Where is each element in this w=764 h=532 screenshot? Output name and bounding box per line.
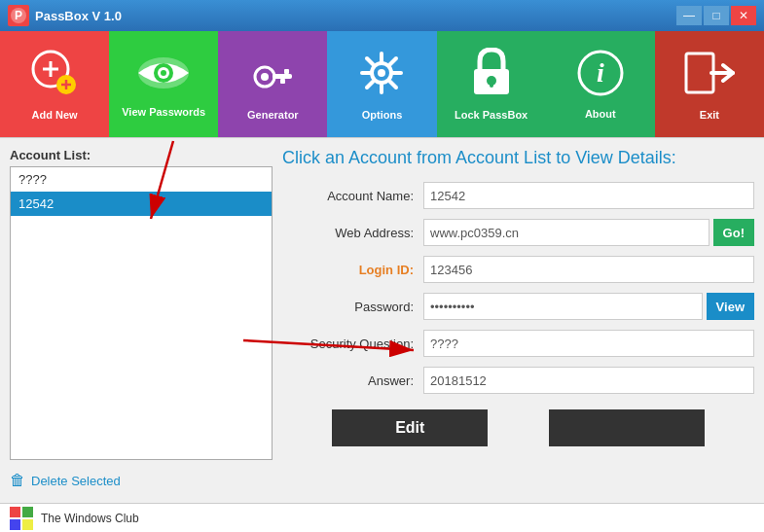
web-address-row: Web Address: Go! <box>282 219 754 246</box>
svg-text:P: P <box>15 9 22 22</box>
lock-passbox-label: Lock PassBox <box>455 109 528 121</box>
answer-label: Answer: <box>282 373 423 388</box>
left-panel: Account List: ???? 12542 🗑 Delete Select… <box>10 148 273 493</box>
toolbar-about[interactable]: i About <box>546 31 655 137</box>
account-name-label: Account Name: <box>282 189 423 203</box>
security-question-input[interactable] <box>423 330 754 357</box>
svg-line-23 <box>367 58 373 64</box>
go-button[interactable]: Go! <box>713 219 754 246</box>
edit-button[interactable]: Edit <box>332 409 488 446</box>
toolbar: Add New View Passwords Generator <box>0 31 764 138</box>
delete-action-button[interactable] <box>549 409 705 446</box>
delete-label: Delete Selected <box>31 474 121 488</box>
add-new-icon <box>29 48 80 105</box>
about-label: About <box>585 108 616 120</box>
svg-rect-32 <box>686 53 713 92</box>
password-input[interactable] <box>423 293 703 320</box>
svg-point-18 <box>378 69 385 77</box>
svg-line-26 <box>367 82 373 88</box>
svg-line-24 <box>390 82 396 88</box>
toolbar-options[interactable]: Options <box>327 31 436 137</box>
toolbar-view-passwords[interactable]: View Passwords <box>109 31 218 137</box>
svg-rect-14 <box>273 74 292 79</box>
exit-icon <box>684 48 735 105</box>
svg-text:i: i <box>597 57 604 88</box>
windows-club-logo <box>10 507 33 530</box>
exit-label: Exit <box>700 109 719 121</box>
toolbar-lock-passbox[interactable]: Lock PassBox <box>437 31 546 137</box>
account-name-row: Account Name: <box>282 182 754 209</box>
action-row: Edit <box>282 409 754 446</box>
answer-input[interactable] <box>423 367 754 394</box>
bottom-bar: The Windows Club <box>0 503 764 532</box>
toolbar-generator[interactable]: Generator <box>218 31 327 137</box>
lock-passbox-icon <box>470 48 513 105</box>
web-address-input[interactable] <box>423 219 709 246</box>
account-item-2[interactable]: 12542 <box>11 192 272 216</box>
web-address-label: Web Address: <box>282 226 423 240</box>
account-name-input[interactable] <box>423 182 754 209</box>
svg-point-13 <box>261 73 269 81</box>
view-passwords-label: View Passwords <box>122 106 205 118</box>
svg-point-11 <box>161 70 166 76</box>
answer-row: Answer: <box>282 367 754 394</box>
right-panel: Click an Account from Account List to Vi… <box>282 148 754 493</box>
svg-rect-16 <box>280 79 285 84</box>
svg-rect-36 <box>10 519 20 530</box>
about-icon: i <box>576 49 625 104</box>
window-controls: — □ ✕ <box>676 6 756 25</box>
title-bar: P PassBox V 1.0 — □ ✕ <box>0 0 764 31</box>
form-area: Account Name: Web Address: Go! Login ID:… <box>282 182 754 394</box>
close-button[interactable]: ✕ <box>731 6 756 25</box>
svg-rect-37 <box>22 519 33 530</box>
instruction-text: Click an Account from Account List to Vi… <box>282 148 754 168</box>
delete-selected-button[interactable]: 🗑 Delete Selected <box>10 468 273 493</box>
security-question-label: Security Question: <box>282 337 423 351</box>
svg-rect-35 <box>22 507 33 517</box>
account-list[interactable]: ???? 12542 <box>10 166 273 460</box>
account-list-label: Account List: <box>10 148 273 162</box>
main-content: Account List: ???? 12542 🗑 Delete Select… <box>0 138 764 503</box>
view-passwords-icon <box>135 52 192 102</box>
login-id-label: Login ID: <box>282 263 423 277</box>
bottom-text: The Windows Club <box>41 512 139 525</box>
view-button[interactable]: View <box>707 293 754 320</box>
password-row: Password: View <box>282 293 754 320</box>
account-item-1[interactable]: ???? <box>11 167 272 192</box>
toolbar-exit[interactable]: Exit <box>655 31 764 137</box>
trash-icon: 🗑 <box>10 472 25 489</box>
svg-line-25 <box>390 58 396 64</box>
svg-rect-34 <box>10 507 20 517</box>
generator-label: Generator <box>247 109 299 121</box>
login-id-input[interactable] <box>423 256 754 283</box>
toolbar-add-new[interactable]: Add New <box>0 31 109 137</box>
generator-icon <box>247 48 298 105</box>
maximize-button[interactable]: □ <box>704 6 729 25</box>
add-new-label: Add New <box>32 109 78 121</box>
svg-rect-15 <box>284 69 289 74</box>
security-question-row: Security Question: <box>282 330 754 357</box>
minimize-button[interactable]: — <box>676 6 702 25</box>
login-id-row: Login ID: <box>282 256 754 283</box>
password-label: Password: <box>282 300 423 314</box>
app-logo: P <box>8 5 29 26</box>
svg-rect-29 <box>490 81 493 88</box>
options-label: Options <box>362 109 403 121</box>
options-icon <box>356 48 407 105</box>
app-title: PassBox V 1.0 <box>35 9 676 23</box>
